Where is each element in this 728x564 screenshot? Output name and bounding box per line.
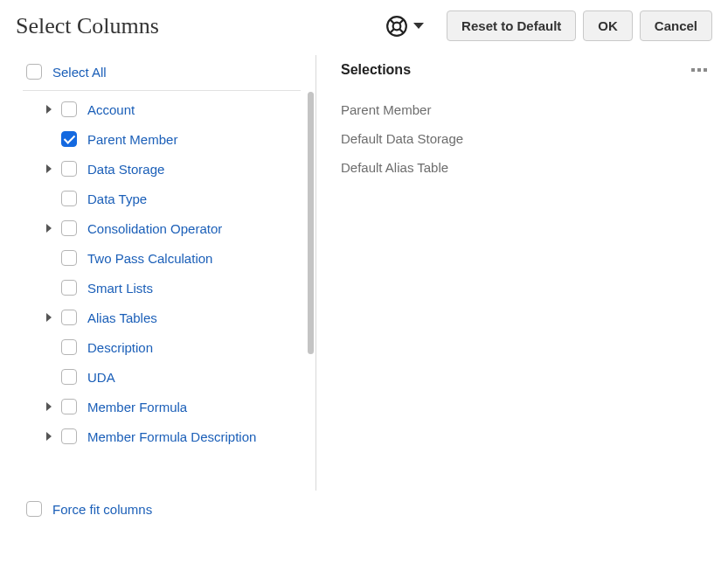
- column-label[interactable]: Parent Member: [87, 132, 177, 147]
- tree-row: Description: [0, 332, 316, 362]
- caret-right-icon: [46, 105, 52, 114]
- cancel-button[interactable]: Cancel: [640, 10, 712, 41]
- tree-row: Two Pass Calculation: [0, 243, 316, 273]
- column-checkbox[interactable]: [61, 220, 77, 236]
- dialog-title: Select Columns: [16, 13, 159, 39]
- expand-toggle[interactable]: [42, 402, 56, 411]
- column-checkbox[interactable]: [61, 280, 77, 296]
- expand-toggle[interactable]: [42, 313, 56, 322]
- caret-right-icon: [46, 432, 52, 441]
- lifebuoy-icon: [385, 15, 408, 38]
- select-all-label[interactable]: Select All: [52, 65, 107, 80]
- caret-right-icon: [46, 224, 52, 233]
- expand-toggle[interactable]: [42, 432, 56, 441]
- column-checkbox[interactable]: [61, 101, 77, 117]
- column-checkbox[interactable]: [61, 428, 77, 444]
- scrollbar[interactable]: [308, 92, 314, 354]
- tree-row: Data Storage: [0, 154, 316, 184]
- column-checkbox[interactable]: [61, 161, 77, 177]
- svg-point-1: [393, 22, 401, 30]
- column-checkbox[interactable]: [61, 250, 77, 266]
- selections-heading: Selections: [341, 62, 411, 78]
- selection-item[interactable]: Default Data Storage: [341, 124, 711, 153]
- reset-to-default-button[interactable]: Reset to Default: [447, 10, 576, 41]
- columns-tree-panel: Select All AccountParent MemberData Stor…: [0, 48, 316, 538]
- force-fit-row: Force fit columns: [0, 494, 316, 524]
- column-label[interactable]: Member Formula Description: [87, 429, 256, 444]
- expand-toggle[interactable]: [42, 105, 56, 114]
- caret-right-icon: [46, 164, 52, 173]
- caret-right-icon: [46, 313, 52, 322]
- svg-line-3: [399, 18, 404, 23]
- column-label[interactable]: Consolidation Operator: [87, 221, 222, 236]
- column-checkbox[interactable]: [61, 369, 77, 385]
- expand-toggle[interactable]: [42, 164, 56, 173]
- column-label[interactable]: Member Formula: [87, 400, 187, 414]
- tree-row: Consolidation Operator: [0, 213, 316, 243]
- dots-icon: [691, 68, 695, 72]
- tree-row: Account: [0, 94, 316, 124]
- column-checkbox[interactable]: [61, 131, 77, 147]
- force-fit-checkbox[interactable]: [26, 501, 42, 517]
- svg-line-2: [390, 18, 394, 23]
- column-label[interactable]: Data Type: [87, 191, 147, 206]
- column-checkbox[interactable]: [61, 339, 77, 355]
- tree-row: Member Formula Description: [0, 421, 316, 451]
- header-actions: Reset to Default OK Cancel: [385, 10, 712, 41]
- column-checkbox[interactable]: [61, 191, 77, 206]
- tree-row: Data Type: [0, 184, 316, 213]
- select-all-row: Select All: [0, 57, 316, 87]
- tree-row: Alias Tables: [0, 303, 316, 332]
- tree-row: Smart Lists: [0, 273, 316, 303]
- select-all-checkbox[interactable]: [26, 64, 42, 80]
- column-checkbox[interactable]: [61, 310, 77, 325]
- chevron-down-icon: [413, 23, 424, 29]
- selections-panel: Selections Parent MemberDefault Data Sto…: [316, 48, 728, 538]
- column-label[interactable]: Smart Lists: [87, 281, 153, 296]
- separator: [23, 90, 301, 91]
- ok-button[interactable]: OK: [583, 10, 633, 41]
- column-label[interactable]: UDA: [87, 370, 115, 385]
- caret-right-icon: [46, 402, 52, 411]
- column-label[interactable]: Account: [87, 102, 135, 117]
- selection-item[interactable]: Default Alias Table: [341, 153, 711, 182]
- column-label[interactable]: Alias Tables: [87, 310, 157, 325]
- dialog-body: Select All AccountParent MemberData Stor…: [0, 48, 728, 538]
- help-dropdown[interactable]: [385, 15, 424, 38]
- more-options-button[interactable]: [688, 65, 711, 75]
- expand-toggle[interactable]: [42, 224, 56, 233]
- force-fit-label[interactable]: Force fit columns: [52, 502, 152, 517]
- column-label[interactable]: Description: [87, 340, 153, 355]
- column-label[interactable]: Two Pass Calculation: [87, 251, 212, 266]
- column-label[interactable]: Data Storage: [87, 162, 164, 177]
- dialog-header: Select Columns Reset to Default OK Cance…: [0, 0, 728, 48]
- column-checkbox[interactable]: [61, 399, 77, 414]
- svg-line-5: [399, 29, 404, 33]
- tree-row: Member Formula: [0, 392, 316, 421]
- tree-row: Parent Member: [0, 124, 316, 154]
- selection-item[interactable]: Parent Member: [341, 95, 711, 124]
- svg-line-4: [390, 29, 394, 33]
- tree-row: UDA: [0, 362, 316, 392]
